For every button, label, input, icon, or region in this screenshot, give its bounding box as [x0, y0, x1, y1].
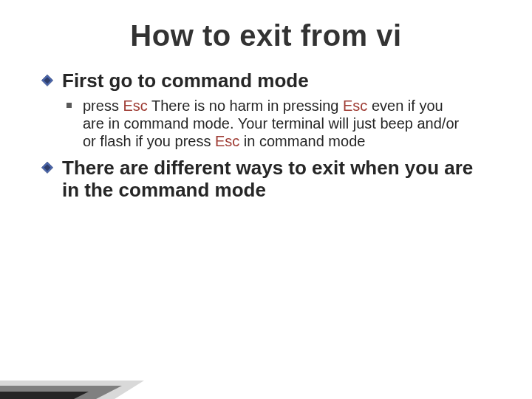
bullet-text: First go to command mode	[62, 70, 485, 92]
corner-decoration	[0, 355, 177, 399]
sub-bullet-item-0-0: press Esc There is no harm in pressing E…	[83, 97, 467, 150]
slide-content: First go to command mode press Esc There…	[0, 52, 532, 202]
bullet-text: There are different ways to exit when yo…	[62, 157, 485, 202]
square-bullet-icon	[66, 103, 72, 108]
diamond-bullet-icon	[41, 162, 53, 177]
diamond-bullet-icon	[41, 75, 53, 89]
svg-marker-4	[0, 381, 144, 399]
sub-bullet-text: press Esc There is no harm in pressing E…	[83, 98, 459, 149]
bullet-item-1: There are different ways to exit when yo…	[62, 157, 485, 202]
svg-marker-5	[0, 386, 122, 399]
slide-title: How to exit from vi	[0, 0, 532, 52]
svg-marker-6	[0, 392, 89, 399]
slide: How to exit from vi First go to command …	[0, 0, 532, 399]
bullet-item-0: First go to command mode	[62, 70, 485, 92]
